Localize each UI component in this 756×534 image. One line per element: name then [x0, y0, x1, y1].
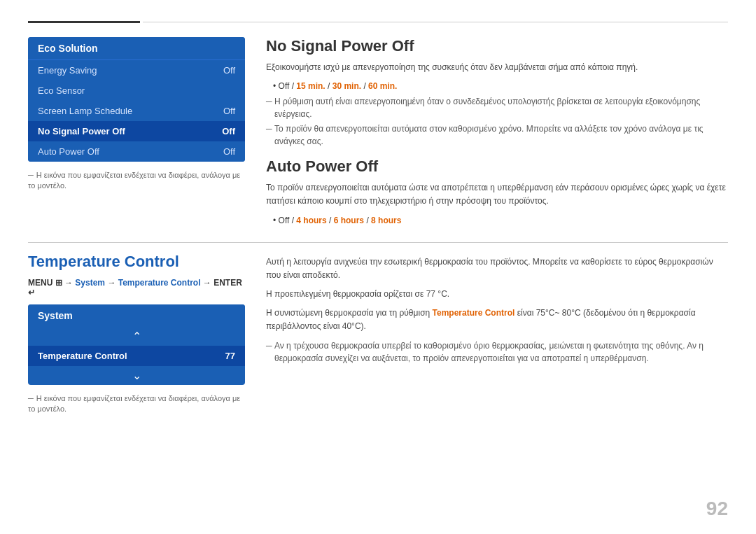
- temp-control-title: Temperature Control: [28, 253, 245, 271]
- line-light: [143, 22, 728, 22]
- eco-solution-header: Eco Solution: [28, 37, 245, 60]
- auto-bullet-sep1: /: [327, 216, 334, 225]
- auto-bullet-4: 4 hours: [296, 216, 326, 225]
- no-signal-title: No Signal Power Off: [266, 37, 728, 55]
- auto-bullet-sep2: /: [364, 216, 371, 225]
- page-number: 92: [706, 498, 728, 520]
- menu-item-energy-saving[interactable]: Energy Saving Off: [28, 60, 245, 80]
- menu-item-eco-sensor[interactable]: Eco Sensor: [28, 80, 245, 101]
- eco-solution-menu: Eco Solution Energy Saving Off Eco Senso…: [28, 37, 245, 162]
- auto-power-title: Auto Power Off: [266, 157, 728, 176]
- auto-bullet-plain: Off /: [279, 216, 297, 225]
- temp-para3-link: Temperature Control: [433, 308, 515, 318]
- right-upper-col: No Signal Power Off Εξοικονομήστε ισχύ μ…: [266, 37, 728, 230]
- temp-note-1: Αν η τρέχουσα θερμοκρασία υπερβεί το καθ…: [266, 339, 728, 365]
- temp-para3-pre: Η συνιστώμενη θερμοκρασία για τη ρύθμιση: [266, 308, 433, 318]
- temp-para2: Η προεπιλεγμένη θερμοκρασία ορίζεται σε …: [266, 288, 728, 301]
- menu-item-label: Energy Saving: [38, 65, 97, 76]
- no-signal-note-2: Το προϊόν θα απενεργοποιείται αυτόματα σ…: [266, 122, 728, 148]
- bullet-30: 30 min.: [332, 81, 361, 91]
- auto-bullet-8: 8 hours: [371, 216, 401, 225]
- top-lines: [28, 21, 728, 23]
- menu-item-value: Off: [222, 126, 235, 136]
- menu-item-value: Off: [223, 106, 235, 116]
- auto-power-body: Το προϊόν απενεργοποιείται αυτόματα ώστε…: [266, 181, 728, 208]
- eco-caption: ─Η εικόνα που εμφανίζεται ενδέχεται να δ…: [28, 170, 245, 192]
- menu-item-screen-lamp[interactable]: Screen Lamp Schedule Off: [28, 101, 245, 121]
- system-active-item[interactable]: Temperature Control 77: [28, 346, 245, 366]
- bullet-plain: Off /: [279, 81, 297, 91]
- menu-item-value: Off: [223, 146, 235, 157]
- bullet-15: 15 min.: [296, 81, 325, 91]
- auto-bullet-6: 6 hours: [334, 216, 364, 225]
- lower-layout: Temperature Control MENU ⊞ → System → Te…: [28, 253, 728, 415]
- bullet-sep1: /: [326, 81, 332, 91]
- menu-item-label: Screen Lamp Schedule: [38, 106, 132, 116]
- system-nav-up[interactable]: ⌃: [28, 327, 245, 346]
- system-nav-down[interactable]: ⌄: [28, 366, 245, 385]
- upper-layout: Eco Solution Energy Saving Off Eco Senso…: [28, 37, 728, 230]
- line-dark: [28, 21, 140, 23]
- bullet-60: 60 min.: [368, 81, 397, 91]
- left-upper-col: Eco Solution Energy Saving Off Eco Senso…: [28, 37, 245, 230]
- left-lower-col: Temperature Control MENU ⊞ → System → Te…: [28, 253, 245, 415]
- menu-nav: MENU ⊞ → System → Temperature Control → …: [28, 278, 245, 297]
- menu-item-label: No Signal Power Off: [38, 126, 125, 136]
- system-active-label: Temperature Control: [38, 351, 127, 361]
- temp-para1: Αυτή η λειτουργία ανιχνεύει την εσωτερικ…: [266, 255, 728, 282]
- system-active-value: 77: [225, 351, 235, 361]
- section-divider: [28, 242, 728, 243]
- bullet-sep2: /: [361, 81, 368, 91]
- right-lower-col: Αυτή η λειτουργία ανιχνεύει την εσωτερικ…: [266, 253, 728, 415]
- temp-caption: ─Η εικόνα που εμφανίζεται ενδέχεται να δ…: [28, 393, 245, 415]
- no-signal-note-1: Η ρύθμιση αυτή είναι απενεργοποιημένη ότ…: [266, 95, 728, 120]
- temp-para3: Η συνιστώμενη θερμοκρασία για τη ρύθμιση…: [266, 307, 728, 333]
- auto-power-bullet: Off / 4 hours / 6 hours / 8 hours: [273, 214, 728, 227]
- no-signal-bullet: Off / 15 min. / 30 min. / 60 min.: [273, 80, 728, 92]
- system-menu-header: System: [28, 304, 245, 327]
- system-menu: System ⌃ Temperature Control 77 ⌄: [28, 304, 245, 385]
- menu-item-no-signal[interactable]: No Signal Power Off Off: [28, 121, 245, 141]
- menu-item-label: Eco Sensor: [38, 85, 85, 96]
- menu-item-label: Auto Power Off: [38, 146, 99, 157]
- menu-item-value: Off: [223, 65, 235, 76]
- menu-item-auto-power[interactable]: Auto Power Off Off: [28, 141, 245, 162]
- no-signal-body: Εξοικονομήστε ισχύ με απενεργοποίηση της…: [266, 61, 728, 74]
